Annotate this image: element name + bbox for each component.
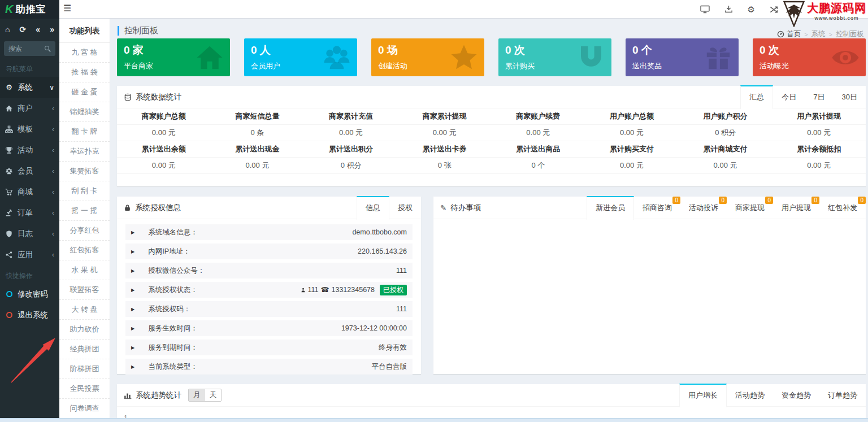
stats-value-cell: 0.00 元 [211, 160, 305, 171]
stats-value-cell: 0 张 [398, 160, 492, 171]
stats-value-cell: 0 积分 [304, 160, 398, 171]
function-list-item[interactable]: 砸 金 蛋 [59, 82, 110, 102]
sidebar-item-logs[interactable]: 日志 ‹ [0, 223, 59, 244]
nav-home-icon[interactable]: ⌂ [5, 25, 10, 34]
stats-value-cell: 0.00 元 [585, 128, 679, 138]
tab-user-withdraw[interactable]: 用户提现0 [773, 196, 819, 219]
function-list-item[interactable]: 问卷调查 [59, 399, 110, 419]
tab-auth[interactable]: 授权 [389, 196, 421, 219]
function-list-item[interactable]: 集赞拓客 [59, 162, 110, 181]
function-list-item[interactable]: 经典拼团 [59, 340, 110, 359]
app-logo[interactable]: K 助推宝 [0, 0, 59, 19]
tab-today[interactable]: 今日 [773, 85, 805, 108]
license-label: 系统域名信息： [148, 228, 198, 237]
breadcrumb-home[interactable]: 首页 [777, 29, 801, 39]
trophy-icon [5, 146, 13, 154]
stat-card-activities[interactable]: 0 场 创建活动 [371, 38, 484, 76]
tab-new-members[interactable]: 新进会员 [587, 196, 634, 220]
stats-value-cell: 0.00 元 [772, 128, 866, 138]
tab-order-trend[interactable]: 订单趋势 [819, 384, 866, 407]
tab-redpacket-reissue[interactable]: 红包补发0 [819, 196, 866, 219]
stat-card-exposure[interactable]: 0 次 活动曝光 [753, 38, 866, 76]
stats-header-cell: 商家账户总额 [117, 111, 211, 121]
settings-icon[interactable]: ⚙ [748, 5, 755, 15]
stats-value-cell: 0.00 元 [117, 160, 211, 171]
tab-user-growth[interactable]: 用户增长 [679, 384, 727, 407]
breadcrumb-current: 控制面板 [836, 29, 864, 39]
function-list-item[interactable]: 摇 一 摇 [59, 201, 110, 221]
sidebar-item-activity[interactable]: 活动 ‹ [0, 140, 59, 160]
license-row[interactable]: ▶ 系统授权码： 111 [125, 301, 413, 317]
sidebar-item-system[interactable]: ⚙ 系统 ∨ [0, 77, 59, 98]
sidebar-search[interactable] [4, 41, 55, 56]
function-list-item[interactable]: 幸运扑克 [59, 142, 110, 162]
gift-icon [703, 42, 734, 73]
todo-tabs: 新进会员 招商咨询0 活动投诉0 商家提现0 用户提现0 红包补发0 [587, 196, 866, 219]
stat-card-purchases[interactable]: 0 次 累计购买 [498, 38, 611, 76]
stats-value-cell: 0.00 元 [679, 160, 772, 171]
function-list-item[interactable]: 大 转 盘 [59, 300, 110, 320]
breadcrumb-mid[interactable]: 系统 [811, 29, 826, 39]
stat-card-users[interactable]: 0 人 会员用户 [244, 38, 357, 76]
function-list-item[interactable]: 水 果 机 [59, 260, 110, 280]
license-row[interactable]: ▶ 内网IP地址： 220.165.143.26 [125, 243, 413, 259]
toggle-month[interactable]: 月 [189, 389, 205, 401]
sidebar-item-apps[interactable]: 应用 ‹ [0, 244, 59, 265]
eagle-icon [782, 1, 806, 27]
license-row[interactable]: ▶ 服务到期时间： 终身有效 [125, 340, 413, 355]
license-value: 终身有效 [379, 343, 407, 353]
sidebar-item-mall[interactable]: 商城 ‹ [0, 181, 59, 202]
tab-info[interactable]: 信息 [357, 196, 389, 220]
monitor-icon[interactable] [700, 5, 710, 14]
license-value: demo.ttbobo.com [352, 228, 407, 236]
lock-icon [124, 204, 131, 212]
function-list-item[interactable]: 联盟拓客 [59, 280, 110, 300]
watermark-logo: 大鹏源码网 www.wobbt.com [782, 1, 866, 27]
stats-header-cell: 商家累计充值 [304, 111, 398, 121]
sidebar-toggle-icon[interactable]: ☰ [63, 3, 71, 14]
function-list-item[interactable]: 翻 卡 牌 [59, 122, 110, 142]
function-list-title: 功能列表 [59, 19, 110, 43]
function-list-item[interactable]: 全民投票 [59, 379, 110, 399]
function-list-item[interactable]: 助力砍价 [59, 320, 110, 340]
tab-activity-trend[interactable]: 活动趋势 [727, 384, 773, 407]
function-list-item[interactable]: 红包拓客 [59, 241, 110, 260]
function-list-item[interactable]: 阶梯拼团 [59, 359, 110, 379]
function-list-item[interactable]: 刮 刮 卡 [59, 181, 110, 201]
logout-item[interactable]: 退出系统 [0, 304, 59, 325]
search-input[interactable] [8, 45, 44, 53]
sidebar-item-merchant[interactable]: 商户 ‹ [0, 98, 59, 119]
search-icon[interactable] [44, 45, 51, 52]
license-row-auth-status[interactable]: ▶ 系统授权状态： 111 ☎ 13312345678 已授权 [125, 282, 413, 298]
toggle-day[interactable]: 天 [205, 389, 222, 401]
auth-user: 111 [308, 286, 319, 294]
license-row[interactable]: ▶ 当前系统类型： 平台自营版 [125, 359, 413, 375]
sidebar-item-members[interactable]: 会员 ‹ [0, 160, 59, 181]
function-list-item[interactable]: 分享红包 [59, 221, 110, 241]
tab-summary[interactable]: 汇总 [740, 85, 773, 109]
sidebar-item-orders[interactable]: 订单 ‹ [0, 202, 59, 223]
function-list-item[interactable]: 抢 福 袋 [59, 63, 110, 82]
magnet-icon [576, 42, 606, 73]
tab-merchant-withdraw[interactable]: 商家提现0 [727, 196, 773, 219]
horizontal-scrollbar[interactable] [0, 418, 868, 422]
sidebar-item-template[interactable]: 模板 ‹ [0, 119, 59, 140]
download-icon[interactable] [724, 5, 733, 14]
nav-back-icon[interactable]: « [36, 25, 40, 34]
function-list-item[interactable]: 九 宫 格 [59, 43, 110, 63]
function-list-item[interactable]: 锦鲤抽奖 [59, 102, 110, 122]
tab-30days[interactable]: 30日 [834, 85, 866, 108]
license-row[interactable]: ▶ 授权微信公众号： 111 [125, 263, 413, 279]
stat-card-prizes[interactable]: 0 个 送出奖品 [626, 38, 739, 76]
change-password-item[interactable]: 修改密码 [0, 284, 59, 304]
stat-card-merchants[interactable]: 0 家 平台商家 [117, 38, 230, 76]
nav-refresh-icon[interactable]: ⟳ [20, 25, 27, 34]
tab-activity-complaints[interactable]: 活动投诉0 [680, 196, 727, 219]
tab-merchant-consult[interactable]: 招商咨询0 [634, 196, 680, 219]
shuffle-icon[interactable] [770, 6, 779, 14]
tab-funds-trend[interactable]: 资金趋势 [773, 384, 819, 407]
tab-7days[interactable]: 7日 [805, 85, 833, 108]
license-row[interactable]: ▶ 服务生效时间： 1973-12-12 00:00:00 [125, 320, 413, 336]
nav-forward-icon[interactable]: » [50, 25, 54, 34]
license-row[interactable]: ▶ 系统域名信息： demo.ttbobo.com [125, 224, 413, 240]
